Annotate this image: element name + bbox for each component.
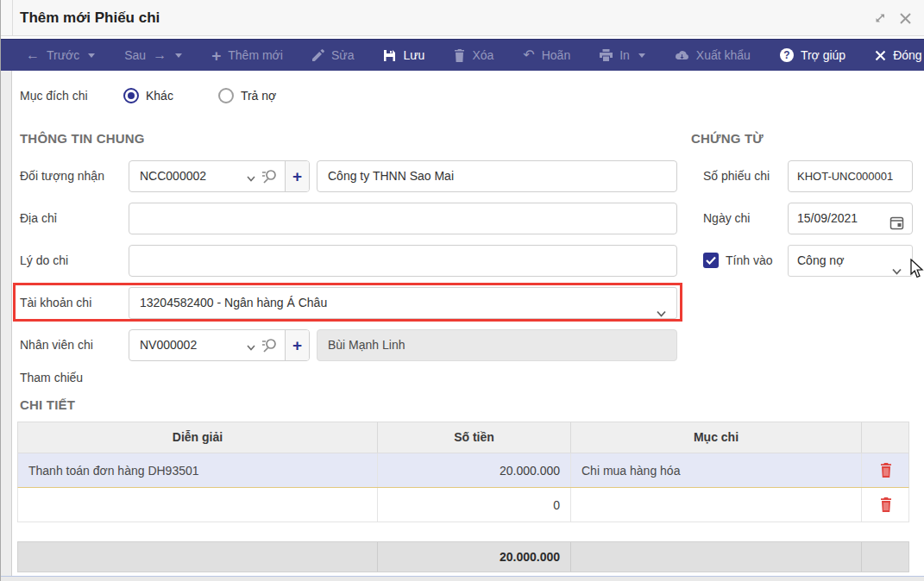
radio-khac[interactable]: Khác [123,88,173,103]
charge-to-checkbox[interactable] [703,253,719,268]
account-select[interactable]: 13204582400 - Ngân hàng Á Châu [129,287,677,319]
section-general-title: THÔNG TIN CHUNG [20,131,145,146]
section-detail-title: CHI TIẾT [20,397,75,412]
chevron-down-icon [247,171,255,184]
address-label: Địa chỉ [20,203,57,234]
chevron-down-icon [247,340,255,353]
close-icon[interactable] [899,12,912,25]
charge-to-select[interactable]: Công nợ [788,245,913,277]
table-row[interactable]: Thanh toán đơn hàng DH93501 20.000.000 C… [17,453,909,488]
add-employee-button[interactable]: + [285,330,309,360]
col-header-actions [862,422,910,453]
col-header-so-tien: Số tiền [378,422,571,453]
chevron-down-icon [88,53,95,58]
trash-icon [454,49,465,62]
resize-icon[interactable] [873,11,887,25]
arrow-left-icon: ← [26,48,40,62]
purpose-label: Mục đích chi [20,89,123,103]
pencil-icon [312,49,324,61]
next-button[interactable]: Sau → [110,40,197,71]
add-recipient-button[interactable]: + [285,161,309,191]
recipient-code: NCC000002 [140,161,206,191]
help-icon: ? [780,48,794,62]
recipient-name-input[interactable]: Công ty THNN Sao Mai [317,160,677,192]
charge-to-label: Tính vào [726,245,772,277]
cloud-download-icon [675,50,689,61]
chevron-down-icon [657,298,666,328]
print-button[interactable]: In [585,40,660,71]
calendar-icon[interactable] [889,211,904,234]
delete-row-button[interactable] [862,453,910,487]
undo-button[interactable]: ↶ Hoãn [508,40,585,71]
employee-name-input: Bùi Mạnh Linh [317,329,677,361]
col-header-muc-chi: Mục chi [571,422,862,453]
check-icon [706,256,716,265]
radio-selected-icon [123,88,139,103]
col-header-dien-giai: Diễn giải [18,422,378,453]
close-icon [875,50,886,61]
account-label: Tài khoản chi [20,287,91,319]
purpose-row: Mục đích chi Khác Trả nợ [20,86,321,105]
table-header-row: Diễn giải Số tiền Mục chi [17,422,909,453]
page-title: Thêm mới Phiếu chi [20,0,160,36]
search-icon[interactable] [261,168,279,188]
left-gutter [1,71,12,576]
title-bar: Thêm mới Phiếu chi [1,0,924,36]
radio-tra-no[interactable]: Trả nợ [218,88,276,103]
table-row[interactable]: 0 [17,488,909,522]
recipient-label: Đối tượng nhận [20,160,104,192]
delete-row-button[interactable] [862,488,910,522]
search-icon[interactable] [261,337,279,357]
save-icon [383,49,396,62]
bottom-scrollbar-track[interactable] [1,577,924,581]
add-new-button[interactable]: + Thêm mới [197,40,298,71]
employee-code: NV000002 [140,330,197,360]
delete-button[interactable]: Xóa [439,40,508,71]
table-total-row: 20.000.000 [17,541,909,572]
help-button[interactable]: ? Trợ giúp [765,40,860,71]
section-document-title: CHỨNG TỪ [691,131,764,146]
date-label: Ngày chi [703,203,750,234]
address-input[interactable] [129,203,677,234]
table-spacer [17,522,909,541]
chevron-down-icon [892,256,902,286]
plus-icon: + [211,47,221,64]
reason-label: Lý do chi [20,245,68,277]
recipient-combo[interactable]: NCC000002 + [129,160,310,192]
chevron-down-icon [638,53,645,58]
toolbar: ← Trước Sau → + Thêm mới Sửa Lưu [1,39,924,71]
reference-label: Tham chiếu [20,362,83,394]
save-button[interactable]: Lưu [368,40,439,71]
voucher-no-input[interactable]: KHOT-UNC000001 [788,160,913,192]
printer-icon [600,49,613,61]
detail-table: Diễn giải Số tiền Mục chi Thanh toán đơn… [17,422,909,572]
undo-icon: ↶ [523,48,534,62]
trash-icon [880,497,892,512]
chevron-down-icon [175,53,182,58]
close-dialog-button[interactable]: Đóng [860,40,924,71]
export-button[interactable]: Xuất khẩu [660,40,765,71]
total-amount: 20.000.000 [378,542,571,572]
employee-combo[interactable]: NV000002 + [129,329,310,361]
employee-label: Nhân viên chi [20,329,93,361]
radio-unselected-icon [218,88,234,103]
divider [12,0,13,36]
reason-input[interactable] [129,245,677,277]
dialog-them-moi-phieu-chi: Thêm mới Phiếu chi ← Trước Sau → + Thêm … [0,0,924,581]
date-input[interactable]: 15/09/2021 [788,203,913,234]
trash-icon [880,463,892,478]
arrow-right-icon: → [153,48,167,62]
edit-button[interactable]: Sửa [298,40,369,71]
prev-button[interactable]: ← Trước [11,40,110,71]
voucher-no-label: Số phiếu chi [703,160,770,192]
